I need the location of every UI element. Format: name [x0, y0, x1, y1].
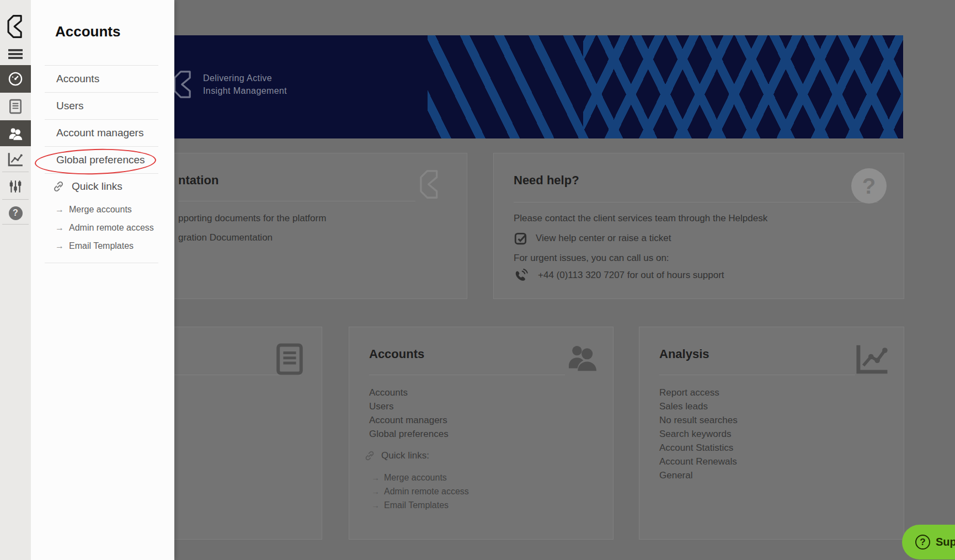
- tagline-line1: Delivering Active: [203, 72, 287, 84]
- phone-icon: [514, 268, 529, 282]
- rail-item-menu[interactable]: [0, 46, 31, 62]
- account-renewals-link[interactable]: Account Renewals: [659, 455, 738, 468]
- no-result-searches-link[interactable]: No result searches: [659, 413, 738, 427]
- banner-stripes-cross: [583, 35, 903, 138]
- need-help-card: Need help? Please contact the client ser…: [493, 153, 904, 299]
- quick-links-label: Quick links:: [381, 450, 429, 461]
- app-logo-icon: [5, 13, 26, 40]
- banner-tagline: Delivering Active Insight Management: [203, 72, 287, 97]
- support-button-label: Support: [936, 536, 955, 548]
- accounts-card-title: Accounts: [369, 347, 424, 361]
- question-circle-icon: ?: [851, 168, 887, 204]
- panel-email-templates-link[interactable]: → Email Templates: [55, 237, 158, 255]
- panel-merge-accounts-link[interactable]: → Merge accounts: [55, 200, 158, 218]
- brand-banner: Delivering Active Insight Management: [83, 35, 903, 138]
- link-chain-icon: [52, 180, 65, 193]
- rail-item-dashboard[interactable]: [0, 65, 31, 93]
- need-help-title: Need help?: [514, 173, 579, 188]
- account-managers-link[interactable]: Account managers: [369, 413, 449, 427]
- brand-logo-icon: [171, 68, 195, 100]
- help-icon: ?: [915, 535, 930, 550]
- documentation-line2[interactable]: gration Documentation: [178, 232, 273, 243]
- admin-remote-access-link[interactable]: → Admin remote access: [371, 484, 469, 498]
- panel-title: Accounts: [55, 23, 120, 40]
- analysis-card-title: Analysis: [659, 347, 709, 361]
- support-button[interactable]: ? Support: [902, 525, 955, 559]
- people-icon: [564, 342, 600, 372]
- report-access-link[interactable]: Report access: [659, 386, 738, 399]
- arrow-icon: →: [371, 498, 380, 512]
- documentation-card-title: ntation: [178, 173, 218, 188]
- need-help-intro: Please contact the client services team …: [514, 213, 767, 224]
- rail-item-help[interactable]: ?: [0, 202, 31, 224]
- accounts-flyout-panel: Accounts Accounts Users Account managers…: [31, 0, 174, 560]
- arrow-icon: →: [371, 484, 380, 498]
- document-icon: [274, 343, 305, 376]
- rail-item-analysis[interactable]: [0, 148, 31, 171]
- line-chart-icon: [7, 152, 24, 167]
- merge-accounts-link[interactable]: → Merge accounts: [371, 471, 469, 484]
- panel-item-users[interactable]: Users: [45, 93, 158, 120]
- link-chain-icon: [364, 450, 376, 462]
- sales-leads-link[interactable]: Sales leads: [659, 399, 738, 413]
- arrow-icon: →: [55, 200, 64, 218]
- need-help-ticket-link[interactable]: View help center or raise a ticket: [536, 233, 671, 244]
- panel-item-accounts[interactable]: Accounts: [45, 66, 158, 93]
- rail-item-accounts[interactable]: [0, 120, 31, 146]
- icon-rail: ?: [0, 0, 31, 560]
- global-preferences-link[interactable]: Global preferences: [369, 427, 449, 441]
- document-icon: [8, 99, 23, 114]
- need-help-urgent: For urgent issues, you can call us on:: [514, 253, 669, 264]
- rail-item-settings[interactable]: [0, 174, 31, 199]
- app-logo[interactable]: [0, 11, 31, 42]
- ticket-check-icon: [514, 231, 528, 246]
- rail-item-documents[interactable]: [0, 93, 31, 120]
- accounts-card: Accounts Accounts Users Account managers…: [349, 327, 613, 540]
- documentation-line1[interactable]: pporting documents for the platform: [178, 213, 326, 224]
- panel-admin-remote-access-link[interactable]: → Admin remote access: [55, 218, 158, 237]
- panel-item-global-preferences[interactable]: Global preferences: [45, 147, 158, 174]
- account-statistics-link[interactable]: Account Statistics: [659, 441, 738, 455]
- general-link[interactable]: General: [659, 468, 738, 482]
- tagline-line2: Insight Management: [203, 84, 287, 97]
- accounts-link[interactable]: Accounts: [369, 386, 449, 399]
- line-chart-icon: [855, 343, 890, 376]
- users-link[interactable]: Users: [369, 399, 449, 413]
- brand-logo-icon: [417, 168, 442, 201]
- arrow-icon: →: [55, 218, 64, 237]
- sliders-icon: [8, 179, 23, 194]
- email-templates-link[interactable]: → Email Templates: [371, 498, 469, 512]
- panel-item-account-managers[interactable]: Account managers: [45, 120, 158, 147]
- dashboard-gauge-icon: [8, 71, 23, 87]
- arrow-icon: →: [371, 471, 380, 484]
- analysis-card: Analysis Report access Sales leads No re…: [639, 327, 904, 540]
- arrow-icon: →: [55, 237, 64, 255]
- help-icon: ?: [9, 206, 23, 220]
- panel-quick-links[interactable]: Quick links: [45, 174, 158, 199]
- search-keywords-link[interactable]: Search keywords: [659, 427, 738, 441]
- menu-icon: [8, 49, 23, 59]
- need-help-phone: +44 (0)113 320 7207 for out of hours sup…: [538, 270, 724, 281]
- people-icon: [7, 126, 24, 141]
